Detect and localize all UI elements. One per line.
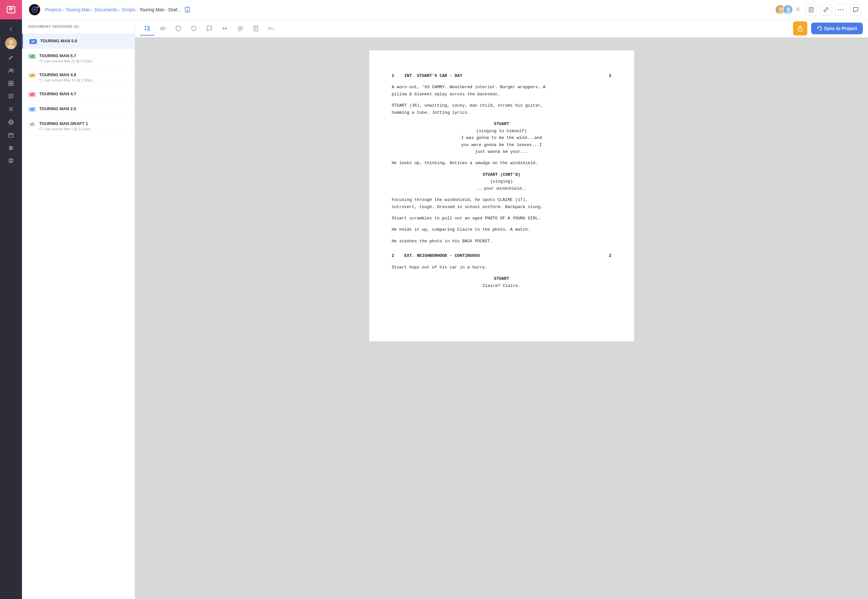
user-avatar[interactable] (5, 38, 17, 49)
list-icon[interactable] (5, 103, 17, 115)
sync-label: Sync to Project (824, 26, 857, 31)
scene-1-action-6: He holds it up, comparing Claire to the … (392, 226, 612, 233)
scene-1-num-left: 1 (392, 73, 394, 78)
boards-icon[interactable] (5, 78, 17, 89)
svg-rect-60 (798, 28, 802, 31)
version-badge-v3: v3 (29, 92, 36, 97)
megaphone-toolbar-btn[interactable] (156, 21, 170, 36)
dialogue-lines-2: ...your windshield.. (392, 185, 612, 192)
parenthetical-1: (singing to himself) (392, 128, 612, 134)
svg-text:SB: SB (10, 8, 13, 9)
back-arrow-icon[interactable] (5, 23, 17, 35)
scene-2-num-left: 2 (392, 253, 394, 258)
svg-point-33 (37, 6, 39, 8)
sync-to-project-button[interactable]: Sync to Project (811, 23, 863, 34)
breadcrumb: Projects › Touring Man › Documents › Scr… (45, 7, 181, 12)
breadcrumb-scripts[interactable]: Scripts (122, 7, 135, 12)
breadcrumb-sep1: › (63, 7, 65, 12)
svg-point-6 (9, 69, 11, 71)
lock-button[interactable] (793, 21, 807, 36)
version-name-v3: TOURING MAN 4.7 (39, 92, 76, 96)
scene-1-heading: 1 INT. STUART'S CAR - DAY 1 (392, 72, 612, 79)
svg-point-41 (787, 7, 790, 11)
version-item-v2[interactable]: v2 TOURING MAN 2.5 (22, 102, 135, 117)
char-name-1: STUART (392, 120, 612, 127)
breadcrumb-projects[interactable]: Projects (45, 7, 62, 12)
svg-rect-20 (9, 134, 13, 137)
svg-point-48 (838, 9, 839, 10)
collaborator-avatars (775, 5, 802, 15)
dialogue-lines-1: I was gonna to be the wind...andyou were… (392, 134, 612, 155)
version-item-v1[interactable]: v1 TOURING MAN DRAFT 1 Last synced Mar 1… (22, 117, 135, 136)
svg-point-27 (10, 146, 11, 147)
number-toolbar-btn[interactable]: 1½↓ (264, 21, 278, 36)
script-page: 1 INT. STUART'S CAR - DAY 1 A worn-out, … (369, 50, 634, 341)
scenes-toolbar-btn[interactable] (140, 21, 154, 36)
svg-point-38 (779, 7, 783, 11)
breadcrumb-sep4: › (137, 7, 138, 12)
chat-button[interactable] (850, 4, 862, 15)
breadcrumb-sep3: › (119, 7, 120, 12)
version-name-v4: TOURING MAN 4.8 (39, 72, 93, 77)
svg-point-43 (797, 8, 799, 10)
scene-1-action-1: A worn-out, '93 CAMRY. Weathered interio… (392, 84, 612, 98)
version-sync-v1: Last synced Mar 1 @ 1:21pm (39, 127, 90, 131)
circle-toolbar-btn[interactable] (187, 21, 201, 36)
sliders-icon[interactable] (5, 142, 17, 154)
version-name-v1: TOURING MAN DRAFT 1 (39, 121, 90, 126)
scene-1-dialogue-2: STUART (CONT'D) (singing) ...your windsh… (392, 171, 612, 192)
version-sync-v5: Last synced Mar 22 @ 5:51pm (39, 59, 92, 63)
version-item-v6[interactable]: v6 TOURING MAN 5.8 (22, 34, 135, 49)
scene-2-heading-text: EXT. NEIGHBORHOOD - CONTINUOUS (405, 253, 480, 258)
scene-2-dialogue-1: STUART Claire? Claire. (392, 275, 612, 289)
svg-point-49 (841, 9, 841, 10)
svg-point-29 (10, 149, 11, 150)
version-list: v6 TOURING MAN 5.8 v5 TOURING MAN 5.7 La… (22, 34, 135, 599)
nav-logo (29, 3, 41, 16)
link-button[interactable] (820, 4, 832, 15)
version-name-v2: TOURING MAN 2.5 (39, 106, 76, 111)
version-item-v5[interactable]: v5 TOURING MAN 5.7 Last synced Mar 22 @ … (22, 49, 135, 68)
svg-point-36 (187, 10, 188, 11)
scene-1-action-4: Focusing through the windshield, he spot… (392, 196, 612, 210)
scene-1-num-right: 1 (609, 72, 612, 79)
version-item-v4[interactable]: v4 TOURING MAN 4.8 Last synced May 10 @ … (22, 68, 135, 87)
svg-point-50 (843, 9, 844, 10)
scene-1-dialogue-1: STUART (singing to himself) I was gonna … (392, 120, 612, 155)
svg-point-7 (12, 69, 13, 71)
globe-icon[interactable] (5, 116, 17, 128)
doc-toolbar-btn[interactable] (249, 21, 263, 36)
version-badge-v1: v1 (29, 122, 36, 126)
svg-point-4 (9, 40, 13, 44)
more-options-button[interactable] (835, 4, 847, 15)
chat-toolbar-btn[interactable] (202, 21, 217, 36)
version-badge-v6: v6 (29, 39, 37, 44)
calendar-icon[interactable] (5, 129, 17, 141)
book-icon[interactable] (5, 155, 17, 167)
people-icon[interactable] (5, 65, 17, 76)
breadcrumb-current: Touring Man - Draf... (140, 7, 181, 12)
scene-2-heading: 2 EXT. NEIGHBORHOOD - CONTINUOUS 2 (392, 252, 612, 259)
version-sync-v4: Last synced May 10 @ 2:50pm (39, 78, 93, 82)
scene-2-action-1: Stuart hops out of his car in a hurry. (392, 264, 612, 271)
svg-rect-35 (186, 7, 189, 9)
breadcrumb-touring-man[interactable]: Touring Man (66, 7, 90, 12)
save-status-icon (184, 6, 191, 13)
scene-1-heading-text: INT. STUART'S CAR - DAY (405, 73, 462, 78)
scene-1-action-7: He stashes the photo in his BACK POCKET. (392, 238, 612, 245)
dialogue-lines-3: Claire? Claire. (392, 282, 612, 289)
version-badge-v5: v5 (29, 54, 36, 59)
edit-icon[interactable] (5, 52, 17, 63)
script-area[interactable]: 1 INT. STUART'S CAR - DAY 1 A worn-out, … (135, 38, 868, 599)
comments-icon[interactable] (5, 90, 17, 102)
arrows-toolbar-btn[interactable] (218, 21, 232, 36)
lines-toolbar-btn[interactable] (233, 21, 247, 36)
sidebar-header: Document Versions (6) (22, 20, 135, 34)
shield-toolbar-btn[interactable] (171, 21, 185, 36)
scene-1-action-2: STUART (36), unwitting, cocky, man child… (392, 102, 612, 116)
export-pdf-button[interactable] (805, 4, 817, 15)
breadcrumb-documents[interactable]: Documents (95, 7, 117, 12)
version-item-v3[interactable]: v3 TOURING MAN 4.7 (22, 87, 135, 102)
svg-rect-11 (11, 84, 13, 86)
version-name-v6: TOURING MAN 5.8 (40, 38, 77, 43)
